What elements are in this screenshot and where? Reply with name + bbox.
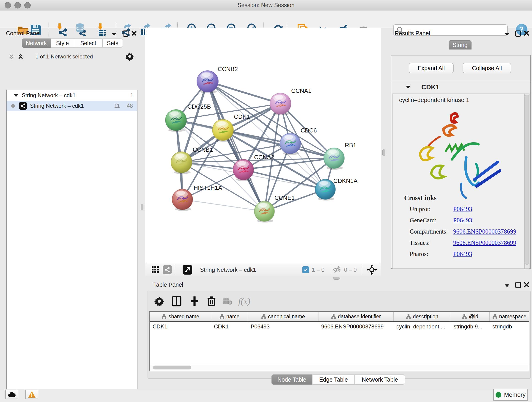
crosslinks-list: Uniprot:P06493GeneCard:P06493Compartment… — [410, 206, 517, 262]
tab-network[interactable]: Network — [22, 38, 51, 48]
function-builder-button[interactable]: f(x) — [238, 296, 250, 306]
node-label: RB1 — [345, 142, 356, 148]
control-panel-title: Control Panel — [6, 30, 41, 37]
detach-view-button[interactable] — [183, 265, 192, 274]
network-node-RB1[interactable] — [324, 148, 344, 170]
results-panel-title: Results Panel — [395, 30, 430, 37]
close-icon — [131, 31, 137, 36]
network-node-HIST1H1A[interactable] — [172, 189, 193, 211]
network-options-gear-button[interactable] — [125, 52, 134, 61]
collapse-all-button[interactable]: Collapse All — [462, 63, 511, 73]
crosslink-row: Tissues:9606.ENSP00000378699 — [410, 239, 517, 250]
delete-table-button[interactable] — [221, 295, 234, 307]
table-horizontal-scrollbar[interactable] — [150, 365, 528, 370]
show-column-button[interactable] — [171, 295, 183, 307]
results-panel-menu-button[interactable] — [505, 32, 511, 37]
control-panel-float-button[interactable] — [123, 31, 129, 36]
network-node-CDC6[interactable] — [280, 133, 301, 155]
tab-select[interactable]: Select — [74, 38, 102, 48]
network-node-CCNB1[interactable] — [171, 152, 192, 174]
results-panel-close-button[interactable] — [524, 31, 530, 36]
tab-sets[interactable]: Sets — [102, 38, 123, 48]
gene-section-header[interactable]: CDK1 — [392, 81, 530, 93]
cloud-status-button[interactable] — [5, 390, 18, 399]
table-cell: cyclin–dependent ... — [394, 322, 451, 332]
crosslink-value-link[interactable]: P06493 — [453, 217, 472, 228]
crosslink-value-link[interactable]: 9606.ENSP00000378699 — [453, 239, 516, 250]
table-panel-close-button[interactable] — [524, 282, 530, 288]
column-fork-icon — [261, 314, 266, 319]
column-header-namespace[interactable]: namespace — [490, 312, 529, 321]
network-view-title: String Network – cdk1 — [200, 267, 256, 273]
control-panel-close-button[interactable] — [131, 31, 137, 36]
table-scrollbar-thumb[interactable] — [153, 366, 191, 370]
results-panel-float-button[interactable] — [515, 31, 521, 36]
network-label: String Network – cdk1 — [30, 103, 84, 109]
table-panel-menu-button[interactable] — [505, 283, 511, 289]
network-collection-row[interactable]: String Network – cdk1 1 — [7, 90, 137, 101]
memory-button[interactable]: Memory — [493, 389, 528, 401]
column-header--id[interactable]: @id — [451, 312, 490, 321]
column-fork-icon — [406, 314, 411, 319]
birds-eye-view-button[interactable] — [151, 265, 159, 274]
share-icon — [164, 267, 170, 273]
crosslink-value-link[interactable]: 9606.ENSP00000378699 — [453, 228, 516, 239]
toolbar-separator — [330, 265, 330, 275]
tab-edge-table[interactable]: Edge Table — [312, 375, 355, 385]
window-title: Session: New Session — [0, 2, 532, 8]
network-row-selected[interactable]: String Network – cdk1 11 48 — [7, 101, 137, 111]
toolbar-separator — [174, 265, 174, 275]
gear-icon — [125, 52, 134, 61]
network-canvas[interactable]: CCNB2CCNA1CDC25BCDK1CDC6RB1CCNB1CCNA2CDK… — [145, 28, 381, 263]
table-panel-float-button[interactable] — [515, 282, 521, 288]
network-node-CDKN1A[interactable] — [315, 179, 336, 201]
warnings-button[interactable] — [25, 390, 38, 399]
node-label: CCNE1 — [274, 194, 295, 201]
bottom-splitter-handle[interactable] — [333, 277, 340, 280]
network-node-CDC25B[interactable] — [165, 109, 186, 132]
section-expander-icon[interactable] — [406, 86, 410, 89]
gear-icon — [154, 296, 164, 306]
tab-style[interactable]: Style — [51, 38, 74, 48]
column-header-description[interactable]: description — [394, 312, 451, 321]
create-column-button[interactable] — [188, 295, 201, 307]
application-window: Session: New Session — [0, 0, 532, 402]
results-tab-string[interactable]: String — [449, 40, 472, 50]
left-splitter-handle[interactable] — [141, 204, 143, 211]
gene-description: cyclin–dependent kinase 1 — [399, 96, 469, 104]
hidden-eye-slash-icon[interactable] — [332, 266, 342, 274]
node-label: CCNB2 — [218, 65, 238, 72]
table-row[interactable]: CDK1CDK1P064939606.ENSP00000378699cyclin… — [150, 322, 529, 332]
pan-crosshair-icon[interactable] — [367, 264, 377, 275]
column-header-database-identifier[interactable]: database identifier — [318, 312, 394, 321]
node-label: CCNA1 — [291, 87, 311, 94]
gene-detail: cyclin–dependent kinase 1 — [393, 94, 530, 269]
column-header-name[interactable]: name — [211, 312, 248, 321]
results-scrollbar[interactable] — [525, 94, 529, 268]
network-graph[interactable]: CCNB2CCNA1CDC25BCDK1CDC6RB1CCNB1CCNA2CDK… — [145, 28, 381, 263]
crosslink-value-link[interactable]: P06493 — [453, 250, 472, 262]
right-splitter-handle[interactable] — [382, 149, 385, 156]
tab-node-table[interactable]: Node Table — [272, 375, 312, 385]
table-options-gear-button[interactable] — [153, 295, 165, 307]
cloud-icon — [8, 391, 16, 397]
crosslinks-heading: CrossLinks — [404, 194, 437, 202]
results-scrollbar-thumb[interactable] — [525, 95, 529, 265]
column-fork-icon — [492, 314, 497, 319]
network-node-CCNA2[interactable] — [233, 159, 254, 181]
control-panel-menu-button[interactable] — [112, 32, 118, 37]
crosslink-value-link[interactable]: P06493 — [453, 206, 472, 217]
selected-checkbox-icon[interactable] — [302, 266, 309, 273]
network-node-count: 11 — [114, 103, 120, 109]
node-label: CDKN1A — [333, 177, 358, 184]
delete-column-button[interactable] — [205, 295, 218, 307]
expand-all-button[interactable]: Expand All — [409, 63, 454, 73]
tab-network-table[interactable]: Network Table — [355, 375, 405, 385]
tree-expander-icon[interactable] — [13, 94, 19, 97]
crosslink-label: Pharos: — [410, 250, 453, 262]
network-node-CCNE1[interactable] — [254, 201, 274, 223]
network-share-button[interactable] — [163, 265, 172, 274]
crosslink-label: GeneCard: — [410, 217, 453, 228]
column-header-shared-name[interactable]: shared name — [150, 312, 211, 321]
column-header-canonical-name[interactable]: canonical name — [248, 312, 318, 321]
